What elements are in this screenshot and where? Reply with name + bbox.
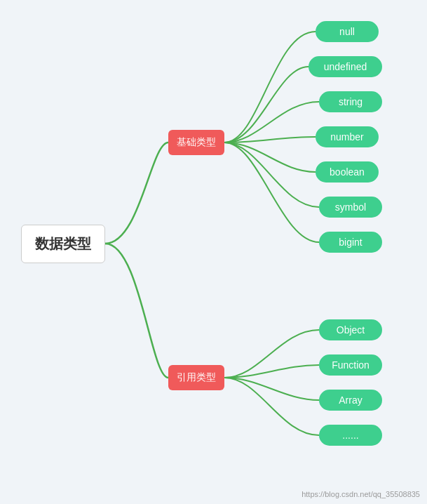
null-node: null [316, 21, 379, 42]
ellipsis-node: ...... [319, 425, 382, 446]
symbol-node: symbol [319, 197, 382, 218]
number-node: number [316, 126, 379, 147]
object-node: Object [319, 319, 382, 340]
undefined-node: undefined [309, 56, 382, 77]
watermark: https://blog.csdn.net/qq_35508835 [301, 490, 420, 498]
function-node: Function [319, 354, 382, 376]
ref-types-node: 引用类型 [168, 365, 224, 390]
string-node: string [319, 91, 382, 112]
mind-map-diagram: 数据类型 基础类型 引用类型 null undefined string num… [0, 0, 427, 504]
root-node: 数据类型 [21, 225, 105, 263]
basic-types-node: 基础类型 [168, 130, 224, 155]
array-node: Array [319, 390, 382, 411]
boolean-node: boolean [316, 161, 379, 183]
bigint-node: bigint [319, 232, 382, 253]
